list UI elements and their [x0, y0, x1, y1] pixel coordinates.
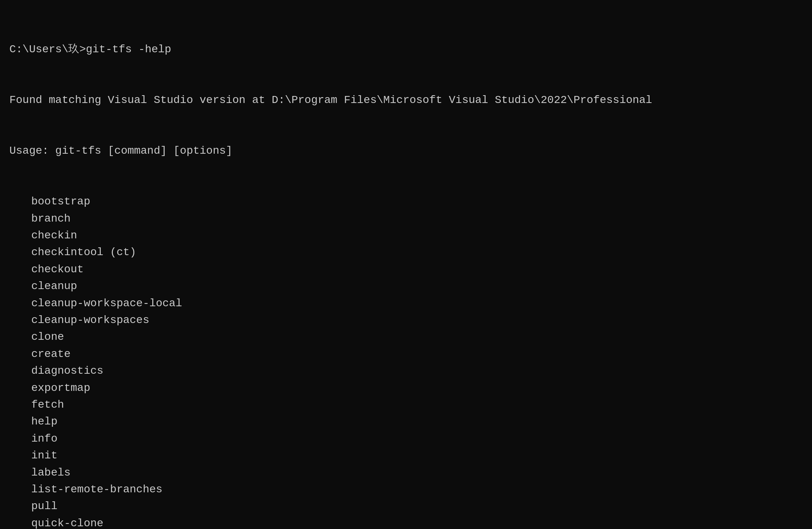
usage-line: Usage: git-tfs [command] [options] — [9, 142, 803, 159]
command-item: info — [9, 430, 803, 447]
command-item: init — [9, 447, 803, 464]
command-item: create — [9, 346, 803, 362]
command-item: fetch — [9, 396, 803, 413]
terminal-window: C:\Users\玖>git-tfs -help Found matching … — [9, 7, 803, 529]
command-item: checkout — [9, 261, 803, 278]
commands-list: bootstrapbranchcheckincheckintool (ct)ch… — [9, 193, 803, 529]
command-item: pull — [9, 498, 803, 515]
command-item: cleanup — [9, 278, 803, 295]
command-item: cleanup-workspaces — [9, 312, 803, 328]
command-item: exportmap — [9, 380, 803, 396]
command-item: help — [9, 413, 803, 430]
command-item: labels — [9, 464, 803, 481]
command-item: diagnostics — [9, 362, 803, 379]
command-item: branch — [9, 210, 803, 227]
command-item: clone — [9, 328, 803, 345]
command-item: quick-clone — [9, 515, 803, 529]
command-item: checkin — [9, 227, 803, 244]
prompt-line: C:\Users\玖>git-tfs -help — [9, 41, 803, 58]
vs-version-line: Found matching Visual Studio version at … — [9, 92, 803, 108]
command-item: list-remote-branches — [9, 481, 803, 498]
command-item: bootstrap — [9, 193, 803, 210]
command-item: checkintool (ct) — [9, 244, 803, 261]
command-item: cleanup-workspace-local — [9, 295, 803, 312]
